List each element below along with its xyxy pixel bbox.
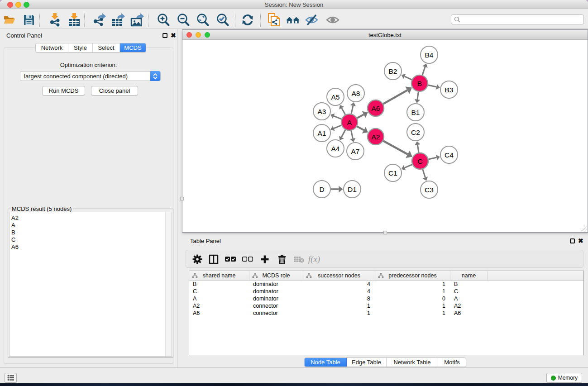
table-row[interactable]: Adominator80A: [189, 295, 583, 302]
window-resize-grip[interactable]: [581, 226, 587, 232]
edge-C-C1[interactable]: [405, 165, 412, 168]
table-cell[interactable]: A6: [450, 310, 488, 317]
column-header-successor-nodes[interactable]: successor nodes: [303, 271, 375, 280]
table-cell[interactable]: A: [189, 295, 249, 302]
show-panels-button[interactable]: [5, 373, 17, 383]
save-session-button[interactable]: [21, 12, 37, 28]
edge-B-B2[interactable]: [405, 76, 412, 80]
bottom-edge-handle[interactable]: [383, 231, 387, 234]
add-column-button[interactable]: [259, 253, 271, 265]
import-network-button[interactable]: [47, 12, 62, 28]
column-header-shared-name[interactable]: shared name: [189, 271, 249, 280]
mcds-result-item[interactable]: C: [10, 236, 172, 243]
table-cell[interactable]: 8: [303, 295, 375, 302]
apply-layout-button[interactable]: [240, 12, 255, 28]
open-file-button[interactable]: [2, 12, 17, 28]
table-cell[interactable]: 1: [375, 310, 450, 317]
mcds-result-list[interactable]: A2ABCA6: [9, 212, 172, 357]
table-row[interactable]: A2connector11A2: [189, 302, 583, 310]
table-cell[interactable]: A2: [450, 302, 488, 310]
memory-button[interactable]: Memory: [546, 373, 582, 383]
zoom-selected-button[interactable]: [215, 12, 230, 28]
table-cell[interactable]: dominator: [249, 288, 303, 295]
panel-divider[interactable]: [177, 29, 177, 367]
table-options-button[interactable]: [191, 253, 203, 265]
table-cell[interactable]: 1: [303, 302, 375, 310]
table-cell[interactable]: 1: [303, 310, 375, 317]
table-cell[interactable]: 4: [303, 281, 375, 288]
delete-table-button[interactable]: [293, 253, 305, 265]
table-row[interactable]: Cdominator41C: [189, 288, 583, 295]
export-image-button[interactable]: [129, 12, 145, 28]
import-table-button[interactable]: [67, 12, 82, 28]
show-all-button[interactable]: [325, 12, 340, 28]
table-row[interactable]: Bdominator41B: [189, 281, 583, 288]
column-header-MCDS-role[interactable]: MCDS role: [249, 271, 303, 280]
edge-C-C2[interactable]: [417, 145, 419, 152]
mcds-result-item[interactable]: B: [10, 229, 172, 236]
table-cell[interactable]: connector: [249, 310, 303, 317]
tab-network-table[interactable]: Network Table: [387, 358, 438, 367]
tab-mcds[interactable]: MCDS: [120, 43, 146, 52]
edge-C-C4[interactable]: [429, 157, 437, 159]
table-cell[interactable]: 0: [375, 295, 450, 302]
table-cell[interactable]: B: [189, 281, 249, 288]
search-input[interactable]: [462, 16, 583, 23]
tab-select[interactable]: Select: [93, 43, 120, 52]
zoom-fit-button[interactable]: [195, 12, 210, 28]
mcds-result-item[interactable]: A2: [10, 214, 172, 222]
table-cell[interactable]: A: [450, 295, 488, 302]
show-column-button[interactable]: [208, 253, 220, 265]
mcds-result-item[interactable]: A6: [10, 243, 172, 251]
table-cell[interactable]: C: [189, 288, 249, 295]
edge-A2-C[interactable]: [383, 141, 408, 154]
edge-A-A2[interactable]: [357, 126, 364, 130]
first-neighbors-button[interactable]: [285, 12, 301, 28]
table-row[interactable]: A6connector11A6: [189, 310, 583, 317]
column-header-predecessor-nodes[interactable]: predecessor nodes: [375, 271, 450, 280]
export-network-button[interactable]: [91, 12, 107, 28]
table-cell[interactable]: 4: [303, 288, 375, 295]
run-mcds-button[interactable]: Run MCDS: [42, 86, 85, 95]
edge-A-A6[interactable]: [357, 114, 364, 118]
search-field[interactable]: [451, 14, 584, 24]
control-panel-close-icon[interactable]: ✖: [171, 33, 176, 38]
hide-selected-button[interactable]: [304, 12, 320, 28]
table-panel-float-icon[interactable]: [570, 238, 575, 243]
table-cell[interactable]: 1: [375, 302, 450, 310]
table-cell[interactable]: C: [450, 288, 488, 295]
edge-A-A7[interactable]: [351, 131, 353, 139]
close-panel-button[interactable]: Close panel: [91, 86, 138, 95]
function-builder-button[interactable]: f(x): [308, 253, 320, 265]
edge-A-A4[interactable]: [341, 130, 345, 137]
export-table-button[interactable]: [110, 12, 126, 28]
edge-B-B3[interactable]: [428, 85, 437, 87]
tab-motifs[interactable]: Motifs: [438, 358, 466, 367]
edge-A-A3[interactable]: [334, 116, 341, 119]
tab-style[interactable]: Style: [68, 43, 93, 52]
table-panel-close-icon[interactable]: ✖: [578, 238, 583, 243]
mcds-list-scrollbar[interactable]: [165, 212, 172, 356]
clear-all-checks-button[interactable]: [242, 253, 253, 265]
edge-B-B4[interactable]: [422, 67, 425, 75]
zoom-out-button[interactable]: [176, 12, 191, 28]
edge-B-B1[interactable]: [417, 92, 418, 100]
table-cell[interactable]: dominator: [249, 281, 303, 288]
table-cell[interactable]: A2: [189, 302, 249, 310]
edge-A-A5[interactable]: [342, 108, 345, 115]
column-header-name[interactable]: name: [450, 271, 488, 280]
table-cell[interactable]: 1: [375, 281, 450, 288]
zoom-in-button[interactable]: [156, 12, 171, 28]
delete-column-button[interactable]: [276, 253, 288, 265]
table-cell[interactable]: A6: [189, 310, 249, 317]
table-cell[interactable]: B: [450, 281, 488, 288]
select-all-checks-button[interactable]: [225, 253, 236, 265]
control-panel-float-icon[interactable]: [163, 33, 167, 38]
tab-edge-table[interactable]: Edge Table: [347, 358, 387, 367]
edge-A-A8[interactable]: [351, 106, 353, 114]
tab-node-table[interactable]: Node Table: [305, 358, 347, 367]
table-cell[interactable]: connector: [249, 302, 303, 310]
edge-A-A1[interactable]: [334, 125, 341, 129]
table-cell[interactable]: dominator: [249, 295, 303, 302]
mcds-result-item[interactable]: A: [10, 222, 172, 229]
